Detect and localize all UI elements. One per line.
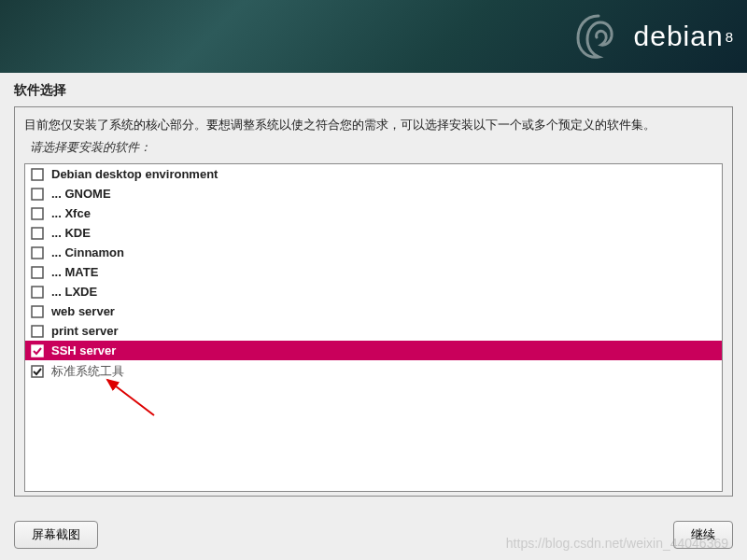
software-item-9[interactable]: SSH server: [25, 341, 722, 360]
svg-rect-2: [32, 208, 43, 219]
software-item-label: ... Xfce: [51, 206, 91, 220]
software-item-4[interactable]: ... Cinnamon: [25, 243, 722, 262]
checkbox-icon[interactable]: [31, 246, 44, 259]
svg-rect-6: [32, 287, 43, 298]
checkbox-icon[interactable]: [31, 188, 44, 201]
software-item-label: ... KDE: [51, 226, 91, 240]
software-item-7[interactable]: web server: [25, 301, 722, 321]
software-item-label: ... MATE: [51, 265, 98, 279]
software-item-5[interactable]: ... MATE: [25, 262, 722, 282]
checkbox-icon[interactable]: [31, 266, 44, 279]
screenshot-button[interactable]: 屏幕截图: [14, 521, 98, 549]
content-panel: 目前您仅安装了系统的核心部分。要想调整系统以使之符合您的需求，可以选择安装以下一…: [14, 106, 733, 497]
checkbox-icon[interactable]: [31, 207, 44, 220]
debian-swirl-icon: [571, 8, 627, 64]
page-title: 软件选择: [0, 73, 747, 106]
software-item-label: print server: [51, 324, 119, 338]
software-item-0[interactable]: Debian desktop environment: [25, 164, 722, 184]
svg-rect-8: [32, 326, 43, 337]
prompt-text: 请选择要安装的软件：: [30, 139, 723, 156]
software-item-3[interactable]: ... KDE: [25, 223, 722, 243]
software-listbox[interactable]: Debian desktop environment... GNOME... X…: [24, 163, 723, 492]
continue-button[interactable]: 继续: [673, 521, 733, 549]
software-item-label: Debian desktop environment: [51, 167, 218, 181]
svg-rect-3: [32, 228, 43, 239]
checkbox-icon[interactable]: [31, 168, 44, 181]
logo-text: debian: [634, 21, 724, 52]
svg-rect-1: [32, 189, 43, 200]
software-item-2[interactable]: ... Xfce: [25, 203, 722, 223]
svg-rect-7: [32, 306, 43, 317]
svg-rect-4: [32, 247, 43, 259]
logo-version: 8: [726, 29, 733, 45]
software-item-1[interactable]: ... GNOME: [25, 184, 722, 203]
software-item-label: 标准系统工具: [51, 363, 124, 380]
checkbox-icon[interactable]: [31, 365, 44, 378]
checkbox-icon[interactable]: [31, 325, 44, 338]
software-item-label: ... LXDE: [51, 285, 97, 299]
checkbox-icon[interactable]: [31, 286, 44, 299]
software-item-8[interactable]: print server: [25, 321, 722, 341]
software-item-label: web server: [51, 304, 115, 318]
checkbox-icon[interactable]: [31, 344, 44, 357]
svg-rect-5: [32, 267, 43, 278]
software-item-10[interactable]: 标准系统工具: [25, 360, 722, 383]
software-item-label: ... GNOME: [51, 187, 111, 201]
svg-rect-9: [32, 345, 43, 357]
software-item-label: ... Cinnamon: [51, 245, 124, 259]
checkbox-icon[interactable]: [31, 227, 44, 240]
svg-rect-0: [32, 169, 43, 180]
software-item-label: SSH server: [51, 343, 116, 357]
header-banner: debian 8: [0, 0, 747, 73]
checkbox-icon[interactable]: [31, 305, 44, 318]
footer: 屏幕截图 继续: [14, 521, 733, 549]
description-text: 目前您仅安装了系统的核心部分。要想调整系统以使之符合您的需求，可以选择安装以下一…: [24, 117, 723, 133]
software-item-6[interactable]: ... LXDE: [25, 282, 722, 301]
svg-rect-10: [32, 366, 43, 377]
